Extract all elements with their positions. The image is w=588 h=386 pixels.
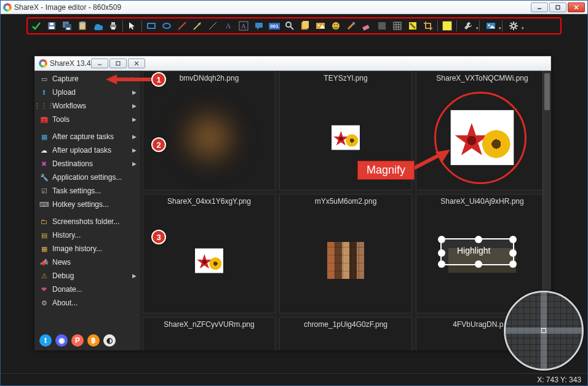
thumbnail-item[interactable]: mYx5uM6om2.png [279, 194, 412, 313]
social-links: t◉P฿◐ [39, 334, 116, 347]
sidebar: t◉P฿◐ ▭Capture▶⬆Upload▶⋮⋮⋮Workflows▶🧰Too… [34, 71, 140, 350]
image-tool-icon[interactable] [314, 20, 327, 32]
inner-maximize-button[interactable] [109, 58, 127, 68]
eraser-icon[interactable] [360, 20, 373, 32]
text-box-icon[interactable]: A [237, 20, 250, 32]
sidebar-item-app-settings[interactable]: 🔧Application settings... [34, 171, 140, 184]
sidebar-item-upload[interactable]: ⬆Upload▶ [34, 86, 140, 99]
discord-link[interactable]: ◉ [55, 334, 68, 347]
svg-line-18 [178, 22, 186, 30]
text-icon[interactable]: A [222, 20, 234, 32]
magnify-icon[interactable] [284, 20, 296, 32]
svg-rect-30 [303, 21, 309, 28]
sharex-logo-icon [39, 59, 47, 68]
thumbnail-item[interactable]: bmvDNdqh2h.png [143, 71, 276, 190]
thumbnail-item[interactable]: ShareX_nZFCyvVURm.png [143, 317, 276, 350]
sidebar-item-workflows[interactable]: ⋮⋮⋮Workflows▶ [34, 99, 140, 113]
pixelate-icon[interactable] [391, 20, 403, 32]
sidebar-item-folder[interactable]: 🗀Screenshots folder... [34, 215, 140, 228]
sidebar-item-history[interactable]: ▤History... [34, 228, 140, 242]
confirm-icon[interactable] [30, 20, 42, 32]
sidebar-item-hotkey-settings[interactable]: ⌨Hotkey settings... [34, 198, 140, 211]
bitcoin-link[interactable]: ฿ [87, 334, 100, 347]
sidebar-item-debug[interactable]: ⚠Debug▶ [34, 269, 140, 283]
sidebar-item-image-history[interactable]: ▦Image history... [34, 242, 140, 255]
sticker-icon[interactable] [299, 20, 311, 32]
magnifier-lens [504, 291, 584, 371]
save-icon[interactable] [46, 20, 58, 32]
svg-point-32 [318, 25, 320, 26]
sidebar-item-about[interactable]: ⚙About... [34, 296, 140, 310]
upload-icon: ⬆ [39, 88, 49, 97]
sidebar-item-label: Application settings... [52, 173, 122, 182]
emoji-icon[interactable] [330, 20, 342, 32]
image-menu-icon[interactable]: ▾ [483, 20, 499, 32]
settings-menu-icon[interactable]: ▾ [506, 20, 522, 32]
svg-line-28 [290, 26, 293, 30]
highlight-icon[interactable] [407, 20, 419, 32]
inner-minimize-button[interactable] [91, 58, 108, 68]
arrow-icon[interactable] [191, 20, 204, 32]
sidebar-item-tools[interactable]: 🧰Tools▶ [34, 113, 140, 126]
svg-point-36 [336, 24, 338, 25]
svg-line-59 [511, 28, 512, 29]
maximize-button[interactable] [549, 2, 566, 12]
cursor-coordinates: X: 743 Y: 343 [537, 376, 581, 384]
sharex-main-window: ShareX 13.4 t◉P฿◐ ▭Capture▶⬆Upload▶⋮⋮⋮Wo… [34, 56, 551, 350]
history-icon: ▤ [39, 231, 49, 239]
toolbar-separator [502, 20, 503, 31]
sidebar-item-capture[interactable]: ▭Capture▶ [34, 72, 140, 86]
sidebar-item-destinations[interactable]: ✖Destinations▶ [34, 157, 140, 171]
twitter-link[interactable]: t [39, 334, 52, 347]
svg-marker-15 [129, 22, 135, 30]
minimize-button[interactable] [531, 2, 548, 12]
save-as-icon[interactable] [61, 20, 73, 32]
sidebar-item-task-settings[interactable]: ☑Task settings... [34, 184, 140, 198]
color-swatch[interactable] [441, 20, 453, 32]
editor-toolbar: AA001▾▾▾ [26, 17, 562, 34]
sidebar-item-label: Task settings... [52, 187, 101, 195]
ellipse-icon[interactable] [161, 20, 173, 32]
inner-close-button[interactable] [128, 58, 145, 68]
svg-rect-25 [255, 23, 263, 28]
close-button[interactable] [568, 2, 585, 12]
sidebar-item-after-upload[interactable]: ☁After upload tasks▶ [34, 143, 140, 157]
thumbnail-filename: ShareX_nZFCyvVURm.png [143, 318, 275, 331]
toolbar-separator [479, 20, 480, 31]
color-picker-icon[interactable] [345, 20, 357, 32]
tools-menu-icon[interactable]: ▾ [460, 20, 476, 32]
sidebar-item-donate[interactable]: ❤Donate... [34, 283, 140, 296]
speech-icon[interactable] [253, 20, 265, 32]
crop-icon[interactable] [422, 20, 434, 32]
patreon-link[interactable]: P [71, 334, 84, 347]
destinations-icon: ✖ [39, 159, 49, 168]
sidebar-item-after-capture[interactable]: ▦After capture tasks▶ [34, 130, 140, 143]
clipboard-icon[interactable] [76, 20, 89, 32]
svg-rect-39 [362, 25, 370, 31]
cursor-icon[interactable] [126, 20, 138, 32]
toolbar-separator [122, 20, 123, 31]
thumbnail-item[interactable]: ShareX_VXToNQCMWi.png [416, 71, 549, 190]
print-icon[interactable] [107, 20, 119, 32]
svg-text:A: A [241, 22, 246, 30]
rectangle-icon[interactable] [145, 20, 157, 32]
github-link[interactable]: ◐ [103, 334, 116, 347]
thumbnail-item[interactable]: ShareX_04xx1Y6xgY.png [143, 194, 276, 313]
svg-rect-5 [49, 26, 54, 29]
svg-rect-61 [116, 62, 120, 65]
thumbnail-item[interactable]: TEYSzYl.png [279, 71, 412, 190]
line2-icon[interactable] [207, 20, 219, 32]
sidebar-item-label: Destinations [52, 159, 93, 168]
outer-window-controls [531, 2, 585, 12]
step-icon[interactable]: 001 [268, 20, 280, 32]
sidebar-item-news[interactable]: 📣News [34, 255, 140, 269]
upload-icon[interactable] [92, 20, 104, 32]
thumbnail-filename: mYx5uM6om2.png [280, 195, 411, 208]
sidebar-item-label: Upload [52, 88, 76, 97]
svg-line-37 [348, 24, 353, 29]
blur-icon[interactable] [376, 20, 388, 32]
svg-rect-14 [111, 27, 115, 30]
thumbnail-item[interactable]: chrome_1pUig4G0zF.png [279, 317, 412, 350]
thumbnail-filename: TEYSzYl.png [280, 71, 411, 85]
line-icon[interactable] [176, 20, 188, 32]
